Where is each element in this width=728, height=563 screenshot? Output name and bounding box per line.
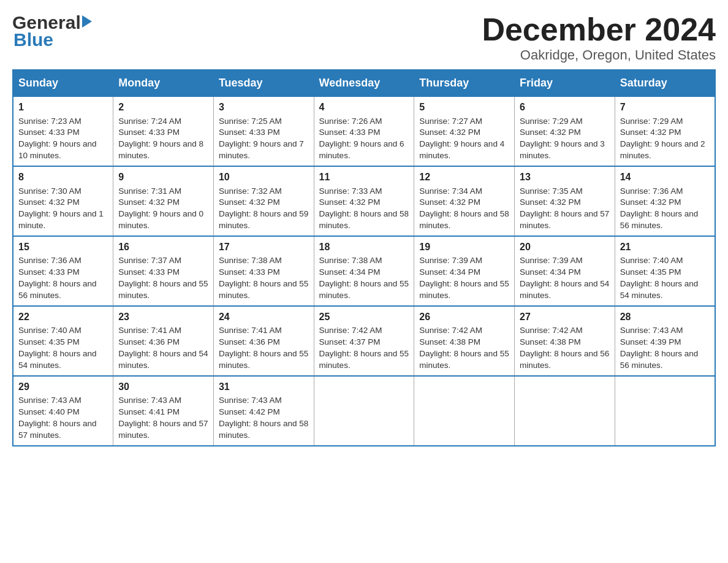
calendar-day-cell: 21 Sunrise: 7:40 AMSunset: 4:35 PMDaylig… [615,236,715,306]
calendar-day-cell: 28 Sunrise: 7:43 AMSunset: 4:39 PMDaylig… [615,306,715,376]
calendar-day-cell: 20 Sunrise: 7:39 AMSunset: 4:34 PMDaylig… [515,236,615,306]
calendar-day-cell: 17 Sunrise: 7:38 AMSunset: 4:33 PMDaylig… [213,236,314,306]
day-info: Sunrise: 7:25 AMSunset: 4:33 PMDaylight:… [219,117,304,161]
day-number: 14 [620,170,710,184]
day-info: Sunrise: 7:31 AMSunset: 4:32 PMDaylight:… [118,186,203,231]
day-number: 18 [319,240,409,254]
page-header: General Blue December 2024 Oakridge, Ore… [12,12,716,63]
day-number: 30 [118,380,208,394]
day-info: Sunrise: 7:38 AMSunset: 4:34 PMDaylight:… [319,256,409,300]
calendar-day-cell: 4 Sunrise: 7:26 AMSunset: 4:33 PMDayligh… [314,96,414,166]
day-number: 6 [520,101,610,114]
day-info: Sunrise: 7:33 AMSunset: 4:32 PMDaylight:… [319,186,409,231]
day-info: Sunrise: 7:29 AMSunset: 4:32 PMDaylight:… [620,117,705,161]
calendar-day-cell: 25 Sunrise: 7:42 AMSunset: 4:37 PMDaylig… [314,306,414,376]
calendar-day-cell: 12 Sunrise: 7:34 AMSunset: 4:32 PMDaylig… [414,166,515,236]
calendar-day-cell [515,376,615,446]
day-number: 31 [219,380,309,394]
calendar-day-cell: 29 Sunrise: 7:43 AMSunset: 4:40 PMDaylig… [13,376,113,446]
day-number: 19 [419,240,509,254]
day-number: 22 [18,310,108,324]
calendar-day-cell: 16 Sunrise: 7:37 AMSunset: 4:33 PMDaylig… [113,236,214,306]
calendar-week-row: 1 Sunrise: 7:23 AMSunset: 4:33 PMDayligh… [13,96,715,166]
calendar-week-row: 15 Sunrise: 7:36 AMSunset: 4:33 PMDaylig… [13,236,715,306]
calendar-day-cell [414,376,515,446]
calendar-day-cell: 2 Sunrise: 7:24 AMSunset: 4:33 PMDayligh… [113,96,214,166]
day-info: Sunrise: 7:27 AMSunset: 4:32 PMDaylight:… [419,117,504,161]
day-number: 11 [319,170,409,184]
logo: General Blue [12,12,92,50]
day-number: 8 [18,170,108,184]
day-info: Sunrise: 7:37 AMSunset: 4:33 PMDaylight:… [118,256,208,300]
day-info: Sunrise: 7:39 AMSunset: 4:34 PMDaylight:… [419,256,509,300]
day-info: Sunrise: 7:34 AMSunset: 4:32 PMDaylight:… [419,186,509,231]
day-info: Sunrise: 7:32 AMSunset: 4:32 PMDaylight:… [219,186,308,231]
calendar-week-row: 8 Sunrise: 7:30 AMSunset: 4:32 PMDayligh… [13,166,715,236]
day-info: Sunrise: 7:24 AMSunset: 4:33 PMDaylight:… [118,117,203,161]
day-number: 10 [219,170,309,184]
calendar-day-cell [615,376,715,446]
month-year-title: December 2024 [482,12,716,47]
day-number: 1 [18,101,108,114]
calendar-day-cell: 6 Sunrise: 7:29 AMSunset: 4:32 PMDayligh… [515,96,615,166]
day-info: Sunrise: 7:41 AMSunset: 4:36 PMDaylight:… [118,326,208,370]
day-number: 21 [620,240,710,254]
day-number: 12 [419,170,509,184]
calendar-day-cell: 15 Sunrise: 7:36 AMSunset: 4:33 PMDaylig… [13,236,113,306]
day-number: 28 [620,310,710,324]
day-of-week-header: Saturday [615,70,715,96]
calendar-day-cell: 1 Sunrise: 7:23 AMSunset: 4:33 PMDayligh… [13,96,113,166]
days-of-week-row: SundayMondayTuesdayWednesdayThursdayFrid… [13,70,715,96]
day-number: 17 [219,240,309,254]
calendar-day-cell: 30 Sunrise: 7:43 AMSunset: 4:41 PMDaylig… [113,376,214,446]
day-of-week-header: Monday [113,70,214,96]
day-number: 13 [520,170,610,184]
calendar-day-cell: 3 Sunrise: 7:25 AMSunset: 4:33 PMDayligh… [213,96,314,166]
day-number: 5 [419,101,509,114]
calendar-day-cell: 26 Sunrise: 7:42 AMSunset: 4:38 PMDaylig… [414,306,515,376]
day-info: Sunrise: 7:40 AMSunset: 4:35 PMDaylight:… [18,326,97,370]
calendar-day-cell: 22 Sunrise: 7:40 AMSunset: 4:35 PMDaylig… [13,306,113,376]
day-number: 16 [118,240,208,254]
calendar-day-cell: 7 Sunrise: 7:29 AMSunset: 4:32 PMDayligh… [615,96,715,166]
day-of-week-header: Tuesday [213,70,314,96]
day-number: 27 [520,310,610,324]
day-number: 15 [18,240,108,254]
calendar-week-row: 22 Sunrise: 7:40 AMSunset: 4:35 PMDaylig… [13,306,715,376]
day-of-week-header: Wednesday [314,70,414,96]
day-info: Sunrise: 7:29 AMSunset: 4:32 PMDaylight:… [520,117,605,161]
calendar-day-cell: 11 Sunrise: 7:33 AMSunset: 4:32 PMDaylig… [314,166,414,236]
calendar-day-cell: 24 Sunrise: 7:41 AMSunset: 4:36 PMDaylig… [213,306,314,376]
calendar-table: SundayMondayTuesdayWednesdayThursdayFrid… [12,69,716,446]
calendar-day-cell: 9 Sunrise: 7:31 AMSunset: 4:32 PMDayligh… [113,166,214,236]
day-number: 2 [118,101,208,114]
day-number: 4 [319,101,409,114]
day-of-week-header: Sunday [13,70,113,96]
day-info: Sunrise: 7:30 AMSunset: 4:32 PMDaylight:… [18,186,104,231]
day-info: Sunrise: 7:41 AMSunset: 4:36 PMDaylight:… [219,326,308,370]
calendar-day-cell: 13 Sunrise: 7:35 AMSunset: 4:32 PMDaylig… [515,166,615,236]
day-number: 24 [219,310,309,324]
day-info: Sunrise: 7:43 AMSunset: 4:40 PMDaylight:… [18,396,97,440]
logo-arrow-icon [82,15,92,28]
calendar-day-cell: 8 Sunrise: 7:30 AMSunset: 4:32 PMDayligh… [13,166,113,236]
day-info: Sunrise: 7:43 AMSunset: 4:42 PMDaylight:… [219,396,308,440]
calendar-day-cell [314,376,414,446]
logo-blue-text: Blue [12,29,53,50]
day-info: Sunrise: 7:23 AMSunset: 4:33 PMDaylight:… [18,117,97,161]
calendar-day-cell: 14 Sunrise: 7:36 AMSunset: 4:32 PMDaylig… [615,166,715,236]
day-number: 9 [118,170,208,184]
day-number: 25 [319,310,409,324]
day-info: Sunrise: 7:39 AMSunset: 4:34 PMDaylight:… [520,256,609,300]
title-block: December 2024 Oakridge, Oregon, United S… [482,12,716,63]
day-info: Sunrise: 7:42 AMSunset: 4:38 PMDaylight:… [419,326,509,370]
day-of-week-header: Friday [515,70,615,96]
day-info: Sunrise: 7:42 AMSunset: 4:38 PMDaylight:… [520,326,609,370]
day-info: Sunrise: 7:36 AMSunset: 4:33 PMDaylight:… [18,256,97,300]
calendar-day-cell: 18 Sunrise: 7:38 AMSunset: 4:34 PMDaylig… [314,236,414,306]
day-info: Sunrise: 7:43 AMSunset: 4:41 PMDaylight:… [118,396,208,440]
day-number: 29 [18,380,108,394]
day-number: 20 [520,240,610,254]
day-number: 3 [219,101,309,114]
day-of-week-header: Thursday [414,70,515,96]
